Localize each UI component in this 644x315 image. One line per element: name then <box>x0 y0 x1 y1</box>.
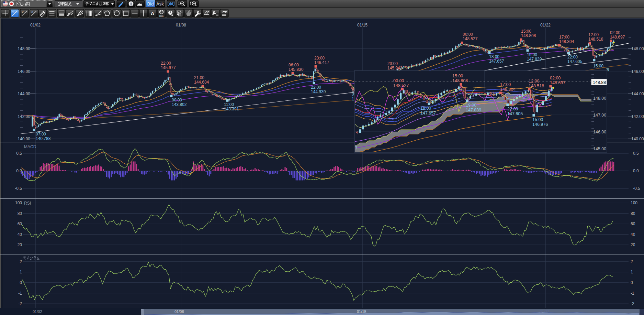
svg-text:22:00: 22:00 <box>311 85 321 90</box>
svg-text:01/22: 01/22 <box>540 309 550 314</box>
svg-text:23:00: 23:00 <box>387 61 398 66</box>
svg-text:148.00: 148.00 <box>593 96 606 101</box>
svg-text:2: 2 <box>20 259 22 264</box>
svg-text:0.5: 0.5 <box>633 151 639 156</box>
svg-text:148.00: 148.00 <box>18 46 30 51</box>
svg-text:A: A <box>151 11 154 16</box>
svg-text:148.808: 148.808 <box>521 33 536 38</box>
svg-text:100: 100 <box>631 200 637 205</box>
svg-text:147.605: 147.605 <box>567 59 583 64</box>
svg-text:18:00: 18:00 <box>420 106 431 111</box>
svg-text:01/15: 01/15 <box>357 23 368 28</box>
svg-text:0.5: 0.5 <box>16 151 22 156</box>
svg-text:0: 0 <box>20 280 22 285</box>
svg-text:7: 7 <box>355 146 358 151</box>
svg-text:145.977: 145.977 <box>161 65 176 70</box>
svg-text:148.00: 148.00 <box>631 46 644 51</box>
svg-text:-2: -2 <box>18 301 22 306</box>
svg-text:148.304: 148.304 <box>559 39 574 44</box>
svg-text:20: 20 <box>18 242 22 247</box>
svg-text:1: 1 <box>12 10 14 14</box>
svg-text:146.417: 146.417 <box>314 60 329 65</box>
svg-text:11:00: 11:00 <box>224 102 234 107</box>
svg-text:-0.5: -0.5 <box>15 186 22 191</box>
svg-text:-1: -1 <box>631 291 634 296</box>
svg-text:-2: -2 <box>631 301 634 306</box>
svg-text:22:00: 22:00 <box>507 107 518 111</box>
svg-text:17:00: 17:00 <box>559 35 569 40</box>
svg-text:146.976: 146.976 <box>532 122 548 127</box>
svg-text:07:00: 07:00 <box>36 132 46 137</box>
svg-text:147.00: 147.00 <box>593 113 606 118</box>
svg-text:2: 2 <box>22 10 24 14</box>
svg-text:143.802: 143.802 <box>172 102 187 107</box>
svg-text:01/08: 01/08 <box>174 309 184 314</box>
svg-text:RSI: RSI <box>24 201 31 206</box>
svg-text:145.00: 145.00 <box>593 146 606 151</box>
svg-text:146.00: 146.00 <box>18 69 30 74</box>
svg-text:-0.5: -0.5 <box>633 186 640 191</box>
svg-text:19:00: 19:00 <box>527 52 537 57</box>
svg-text:80: 80 <box>18 211 22 216</box>
svg-text:100: 100 <box>15 200 22 205</box>
svg-text:Ask: Ask <box>156 1 164 7</box>
svg-text:147.605: 147.605 <box>507 111 523 116</box>
svg-text:148.88: 148.88 <box>593 80 606 85</box>
svg-text:147.839: 147.839 <box>527 57 542 62</box>
svg-text:144.939: 144.939 <box>311 89 326 94</box>
svg-text:2: 2 <box>631 259 633 264</box>
svg-text:00:00: 00:00 <box>172 98 182 102</box>
svg-text:148.527: 148.527 <box>463 36 478 41</box>
svg-text:145.830: 145.830 <box>289 67 304 72</box>
svg-text:148.518: 148.518 <box>588 37 603 42</box>
svg-text:147.657: 147.657 <box>420 111 436 116</box>
svg-text:'6: '6 <box>606 67 609 72</box>
svg-text:144.00: 144.00 <box>18 91 30 96</box>
svg-text:148.808: 148.808 <box>452 78 468 83</box>
svg-text:1: 1 <box>352 97 354 101</box>
svg-text:18:00: 18:00 <box>489 54 499 59</box>
svg-text:148.697: 148.697 <box>610 35 625 40</box>
svg-text:12:00: 12:00 <box>588 32 599 37</box>
svg-text:MACD: MACD <box>24 144 36 149</box>
svg-text:80: 80 <box>631 211 635 216</box>
svg-text:02:00: 02:00 <box>550 76 561 80</box>
svg-text:12:00: 12:00 <box>529 79 539 84</box>
svg-text:146.00: 146.00 <box>631 69 644 74</box>
svg-text:15:00: 15:00 <box>532 117 543 122</box>
svg-text:144.00: 144.00 <box>631 91 644 96</box>
svg-text:02:00: 02:00 <box>610 30 620 35</box>
svg-text:144.684: 144.684 <box>194 80 209 85</box>
svg-text:23:00: 23:00 <box>314 56 325 61</box>
svg-text:06:00: 06:00 <box>289 63 299 67</box>
svg-text:142.00: 142.00 <box>631 114 644 119</box>
svg-text:20: 20 <box>631 242 635 247</box>
svg-text:01/02: 01/02 <box>33 309 42 314</box>
svg-text:01/15: 01/15 <box>357 309 366 314</box>
svg-text:148.304: 148.304 <box>500 87 516 92</box>
svg-text:143.391: 143.391 <box>224 107 239 111</box>
svg-text:147.839: 147.839 <box>466 108 481 112</box>
svg-text:0: 0 <box>352 92 354 97</box>
svg-text:15:00: 15:00 <box>452 74 463 78</box>
svg-text:19:00: 19:00 <box>466 103 476 108</box>
svg-text:140.00: 140.00 <box>18 137 30 141</box>
svg-text:40: 40 <box>631 232 635 237</box>
svg-text:21:00: 21:00 <box>194 75 204 80</box>
svg-text:140.00: 140.00 <box>631 137 644 141</box>
svg-text:145.943: 145.943 <box>387 66 403 70</box>
svg-text:22:00: 22:00 <box>161 61 171 66</box>
svg-text:40: 40 <box>18 232 22 237</box>
svg-text:15:00: 15:00 <box>593 64 603 68</box>
svg-text:00:00: 00:00 <box>393 78 404 83</box>
svg-text:142.00: 142.00 <box>18 114 30 119</box>
svg-text:148.518: 148.518 <box>529 84 544 88</box>
svg-text:22:00: 22:00 <box>567 55 578 59</box>
svg-text:140.788: 140.788 <box>36 136 51 141</box>
svg-text:1: 1 <box>20 270 22 274</box>
svg-text:0.0: 0.0 <box>633 169 639 173</box>
svg-text:60: 60 <box>631 221 635 226</box>
svg-text:148.697: 148.697 <box>550 80 565 85</box>
svg-text:15:00: 15:00 <box>521 29 531 34</box>
svg-text:01/08: 01/08 <box>176 23 186 28</box>
